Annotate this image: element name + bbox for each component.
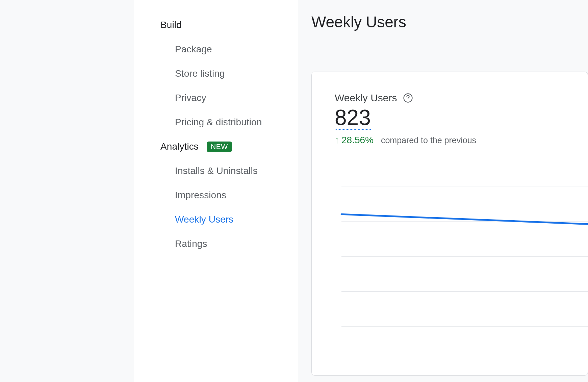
svg-point-1: [408, 100, 409, 101]
page-title: Weekly Users: [311, 13, 588, 31]
sidebar-section-analytics[interactable]: Analytics NEW: [134, 134, 298, 159]
metric-card: Weekly Users 823 ↑ 28.56% compared to: [311, 72, 588, 376]
sidebar-section-label: Build: [160, 20, 182, 30]
sidebar-item-label: Installs & Uninstalls: [175, 165, 258, 176]
main-content: Weekly Users Weekly Users 823 ↑ 2: [298, 0, 588, 382]
delta-row: ↑ 28.56% compared to the previous: [335, 135, 588, 146]
help-icon[interactable]: [403, 93, 413, 103]
sidebar-item-label: Package: [175, 44, 212, 55]
new-badge: NEW: [207, 142, 232, 152]
app-root: Build Package Store listing Privacy Pric…: [0, 0, 588, 382]
arrow-up-icon: ↑: [335, 135, 339, 145]
sidebar-item-weekly-users[interactable]: Weekly Users: [134, 207, 298, 232]
sidebar-section-label: Analytics: [160, 141, 199, 152]
delta-compare-text: compared to the previous: [381, 135, 476, 145]
sidebar-item-store-listing[interactable]: Store listing: [134, 61, 298, 86]
sidebar-section-build[interactable]: Build: [134, 13, 298, 37]
sidebar-item-label: Privacy: [175, 93, 206, 103]
metric-value-wrap: 823: [335, 106, 588, 135]
sidebar-item-label: Pricing & distribution: [175, 117, 262, 128]
sidebar-item-privacy[interactable]: Privacy: [134, 86, 298, 110]
weekly-users-chart: [335, 151, 588, 327]
sidebar-item-pricing-distribution[interactable]: Pricing & distribution: [134, 110, 298, 134]
sidebar-item-impressions[interactable]: Impressions: [134, 183, 298, 207]
sidebar: Build Package Store listing Privacy Pric…: [134, 0, 298, 382]
left-gutter: [0, 0, 134, 382]
sidebar-item-label: Weekly Users: [175, 214, 233, 225]
delta-positive: ↑ 28.56%: [335, 135, 374, 146]
sidebar-item-ratings[interactable]: Ratings: [134, 232, 298, 256]
card-header: Weekly Users: [335, 92, 588, 104]
sidebar-item-label: Impressions: [175, 190, 226, 201]
card-title: Weekly Users: [335, 92, 397, 104]
sidebar-item-label: Ratings: [175, 238, 207, 249]
sidebar-item-package[interactable]: Package: [134, 37, 298, 61]
metric-value: 823: [335, 106, 371, 130]
delta-percent: 28.56%: [341, 135, 374, 146]
sidebar-item-installs-uninstalls[interactable]: Installs & Uninstalls: [134, 159, 298, 183]
sidebar-item-label: Store listing: [175, 68, 225, 79]
